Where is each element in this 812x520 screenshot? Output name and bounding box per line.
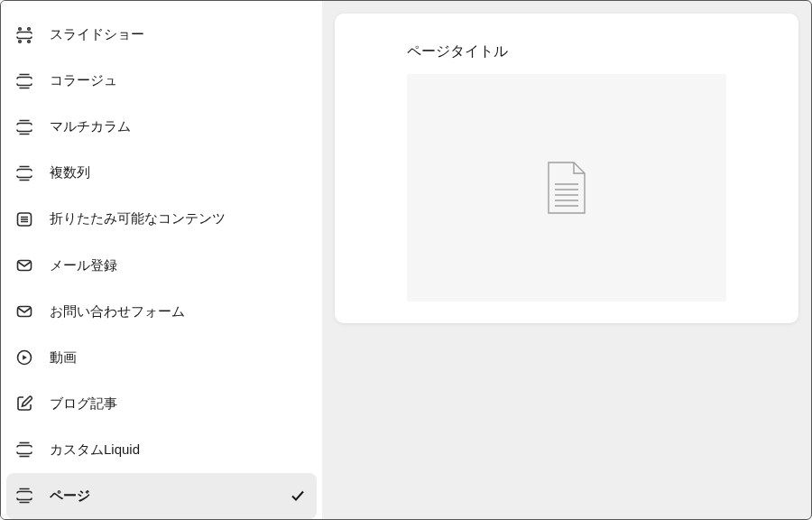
- check-icon: [288, 486, 308, 506]
- section-icon: [15, 72, 33, 90]
- edit-icon: [15, 395, 33, 413]
- preview-title: ページタイトル: [407, 42, 726, 61]
- sidebar-item-contact-form[interactable]: お問い合わせフォーム: [1, 289, 322, 335]
- sidebar-item-label: 動画: [50, 349, 308, 367]
- sidebar-item-blog[interactable]: ブログ記事: [1, 381, 322, 427]
- svg-rect-14: [18, 261, 32, 271]
- section-icon: [15, 487, 33, 505]
- sidebar-item-collage[interactable]: コラージュ: [1, 58, 322, 104]
- mail-icon: [15, 302, 33, 320]
- sidebar-item-multicolumn[interactable]: マルチカラム: [1, 104, 322, 150]
- sidebar-item-page[interactable]: ページ: [6, 473, 317, 519]
- sidebar-item-label: メール登録: [50, 257, 308, 274]
- preview-card: ページタイトル: [335, 14, 798, 323]
- mail-icon: [15, 256, 33, 274]
- sidebar-item-custom-liquid[interactable]: カスタムLiquid: [1, 427, 322, 473]
- app-frame: スライドショー コラージュ マルチカラム: [0, 0, 812, 520]
- sidebar-item-email-signup[interactable]: メール登録: [1, 242, 322, 288]
- sidebar-item-label: マルチカラム: [50, 118, 308, 135]
- section-icon: [15, 164, 33, 182]
- section-icon: [15, 441, 33, 459]
- preview-panel: ページタイトル: [322, 1, 811, 519]
- sidebar-item-label: コラージュ: [50, 72, 308, 89]
- section-icon: [15, 118, 33, 136]
- sidebar-item-video[interactable]: 動画: [1, 335, 322, 381]
- sidebar-item-label: 折りたたみ可能なコンテンツ: [50, 210, 308, 228]
- svg-point-1: [28, 27, 31, 30]
- slideshow-icon: [15, 26, 33, 44]
- svg-point-0: [19, 27, 22, 30]
- sidebar-item-collapsible[interactable]: 折りたたみ可能なコンテンツ: [1, 196, 322, 242]
- svg-point-2: [19, 40, 22, 42]
- sidebar-item-multirow[interactable]: 複数列: [1, 150, 322, 196]
- svg-point-3: [28, 40, 31, 42]
- sidebar-item-label: スライドショー: [50, 26, 308, 43]
- sidebar-item-label: カスタムLiquid: [50, 441, 308, 459]
- sidebar-item-label: お問い合わせフォーム: [50, 303, 308, 320]
- preview-placeholder: [407, 74, 726, 302]
- sidebar-item-label: 複数列: [50, 164, 308, 181]
- svg-rect-15: [18, 307, 32, 317]
- collapse-icon: [15, 210, 33, 228]
- sidebar-item-slideshow[interactable]: スライドショー: [1, 12, 322, 58]
- section-list-sidebar: スライドショー コラージュ マルチカラム: [1, 1, 322, 519]
- sidebar-item-label: ページ: [50, 488, 272, 505]
- document-icon: [545, 161, 588, 215]
- play-icon: [15, 348, 33, 367]
- sidebar-item-label: ブログ記事: [50, 395, 308, 413]
